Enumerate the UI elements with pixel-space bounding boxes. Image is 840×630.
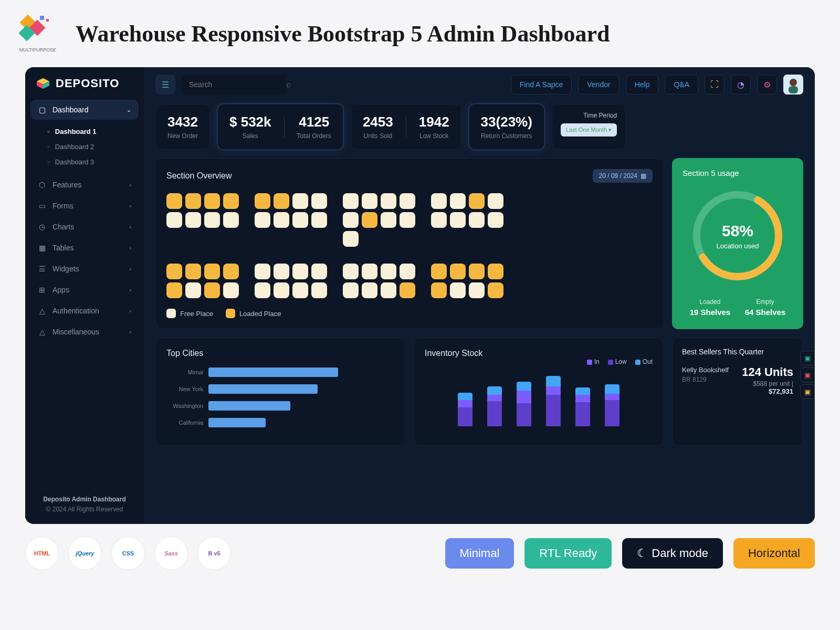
shelf-cell[interactable] — [185, 264, 201, 279]
tag-rtl[interactable]: RTL Ready — [524, 538, 612, 569]
shelf-cell[interactable] — [343, 264, 359, 279]
shelf-cell[interactable] — [204, 282, 220, 298]
shelf-cell[interactable] — [204, 264, 220, 279]
find-space-button[interactable]: Find A Sapce — [511, 75, 572, 94]
shelf-cell[interactable] — [255, 212, 270, 228]
shelf-cell[interactable] — [255, 282, 270, 298]
time-period-select[interactable]: Last One Month ▾ — [561, 123, 617, 136]
user-avatar[interactable] — [783, 75, 803, 94]
tag-minimal[interactable]: Minimal — [445, 538, 514, 569]
shelf-cell[interactable] — [488, 193, 503, 209]
sidebar-item-apps[interactable]: ⊞Apps› — [30, 280, 139, 300]
shelf-cell[interactable] — [400, 264, 415, 279]
shelf-cell[interactable] — [400, 212, 415, 228]
shelf-cell[interactable] — [431, 212, 447, 228]
shelf-cell[interactable] — [185, 212, 201, 228]
shelf-cell[interactable] — [381, 282, 396, 298]
shelf-cell[interactable] — [362, 193, 377, 209]
shelf-cell[interactable] — [292, 264, 308, 279]
shelf-cell[interactable] — [450, 282, 466, 298]
shelf-cell[interactable] — [311, 212, 327, 228]
shelf-cell[interactable] — [431, 193, 447, 209]
stock-bar — [458, 393, 472, 426]
shelf-cell[interactable] — [311, 193, 327, 209]
sidebar-item-tables[interactable]: ▦Tables› — [30, 238, 139, 258]
sidebar-sub-dashboard-2[interactable]: Dashboard 2 — [40, 139, 144, 154]
tag-dark[interactable]: ☾Dark mode — [622, 538, 723, 569]
sidebar-item-widgets[interactable]: ☰Widgets› — [30, 259, 139, 279]
shelf-cell[interactable] — [255, 193, 270, 209]
shelf-cell[interactable] — [223, 264, 239, 279]
shelf-cell[interactable] — [362, 264, 377, 279]
sidebar-sub-dashboard-3[interactable]: Dashboard 3 — [40, 154, 144, 170]
shelf-cell[interactable] — [166, 264, 182, 279]
shelf-cell[interactable] — [469, 264, 485, 279]
shelf-cell[interactable] — [185, 193, 201, 209]
shelf-cell[interactable] — [204, 212, 220, 228]
shelf-cell[interactable] — [274, 212, 289, 228]
float-tab-3[interactable]: ▣ — [800, 384, 815, 399]
sidebar-item-dashboard[interactable]: ▢Dashboard⌄ — [30, 100, 139, 120]
shelf-cell[interactable] — [488, 264, 503, 279]
shelf-cell[interactable] — [292, 282, 308, 298]
shelf-cell[interactable] — [450, 212, 466, 228]
shelf-cell[interactable] — [362, 212, 377, 228]
fullscreen-button[interactable]: ⛶ — [705, 75, 724, 94]
sidebar-item-miscellaneous[interactable]: △Miscellaneous› — [30, 322, 139, 342]
shelf-cell[interactable] — [223, 193, 239, 209]
help-button[interactable]: Help — [626, 75, 659, 94]
shelf-cell[interactable] — [204, 193, 220, 209]
float-tab-2[interactable]: ▣ — [800, 368, 815, 382]
shelf-cell[interactable] — [166, 212, 182, 228]
shelf-cell[interactable] — [450, 193, 466, 209]
shelf-cell[interactable] — [292, 212, 308, 228]
shelf-cell[interactable] — [362, 282, 377, 298]
shelf-cell[interactable] — [311, 264, 327, 279]
tag-horizontal[interactable]: Horizontal — [733, 538, 815, 569]
sidebar-sub-dashboard-1[interactable]: Dashboard 1 — [40, 124, 144, 139]
shelf-cell[interactable] — [381, 212, 396, 228]
shelf-cell[interactable] — [274, 264, 289, 279]
shelf-cell[interactable] — [166, 193, 182, 209]
shelf-cell[interactable] — [381, 193, 396, 209]
shelf-cell[interactable] — [469, 212, 485, 228]
shelf-cell[interactable] — [431, 282, 447, 298]
shelf-cell[interactable] — [469, 282, 485, 298]
settings-button[interactable]: ⚙ — [757, 75, 777, 94]
menu-toggle-button[interactable]: ☰ — [155, 75, 175, 94]
shelf-cell[interactable] — [400, 193, 415, 209]
sidebar-item-forms[interactable]: ▭Forms› — [30, 196, 139, 216]
shelf-cell[interactable] — [292, 193, 308, 209]
shelf-cell[interactable] — [469, 193, 485, 209]
shelf-cell[interactable] — [223, 282, 239, 298]
float-tab-1[interactable]: ▣ — [800, 351, 815, 365]
notifications-button[interactable]: ◔ — [731, 75, 751, 94]
search-box[interactable]: ⌕ — [182, 75, 287, 94]
overview-date-picker[interactable]: 20 / 09 / 2024▦ — [593, 169, 653, 183]
sidebar-item-charts[interactable]: ◷Charts› — [30, 217, 139, 237]
shelf-cell[interactable] — [488, 212, 503, 228]
shelf-cell[interactable] — [274, 193, 289, 209]
sidebar-item-features[interactable]: ⬡Features› — [30, 175, 139, 195]
shelf-cell[interactable] — [343, 193, 359, 209]
shelf-cell[interactable] — [274, 282, 289, 298]
shelf-cell[interactable] — [343, 212, 359, 228]
brand[interactable]: DEPOSITO — [25, 77, 144, 100]
vendor-button[interactable]: Vendor — [578, 75, 619, 94]
shelf-cell[interactable] — [223, 212, 239, 228]
shelf-cell[interactable] — [343, 231, 359, 247]
sidebar-item-authentication[interactable]: △Authentication› — [30, 301, 139, 321]
shelf-cell[interactable] — [311, 282, 327, 298]
qa-button[interactable]: Q&A — [665, 75, 698, 94]
shelf-cell[interactable] — [431, 264, 447, 279]
shelf-cell[interactable] — [185, 282, 201, 298]
shelf-cell[interactable] — [166, 282, 182, 298]
search-input[interactable] — [189, 80, 281, 89]
shelf-cell[interactable] — [343, 282, 359, 298]
grid-icon: ⊞ — [38, 286, 46, 294]
shelf-cell[interactable] — [400, 282, 415, 298]
shelf-cell[interactable] — [488, 282, 503, 298]
shelf-cell[interactable] — [450, 264, 466, 279]
shelf-cell[interactable] — [381, 264, 396, 279]
shelf-cell[interactable] — [255, 264, 270, 279]
